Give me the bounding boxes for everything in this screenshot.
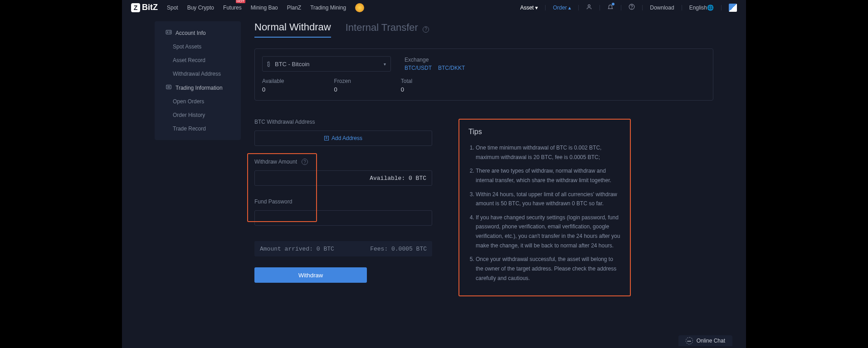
pair-link-btc-dkkt[interactable]: BTC/DKKT bbox=[438, 65, 465, 71]
withdraw-tabs: Normal Withdraw Internal Transfer ? bbox=[254, 21, 713, 38]
sidebar-label: Account Info bbox=[176, 30, 206, 36]
divider bbox=[621, 5, 621, 10]
two-column: BTC Withdrawal Address + Add Address Wit… bbox=[254, 119, 713, 296]
hot-badge: HOT bbox=[236, 0, 245, 3]
app-wrapper: Z BitZ Spot Buy Crypto Futures HOT Minin… bbox=[122, 0, 746, 348]
sidebar-label: Trading Information bbox=[176, 85, 223, 91]
nav-futures[interactable]: Futures HOT bbox=[223, 5, 242, 11]
logo-mark: Z bbox=[131, 3, 140, 12]
exchange-block: Exchange BTC/USDT BTC/DKKT bbox=[405, 57, 465, 71]
nav-asset[interactable]: Asset ▾ bbox=[520, 5, 538, 11]
fee-summary: Amount arrived: 0 BTC Fees: 0.0005 BTC bbox=[254, 241, 432, 256]
brand-logo[interactable]: Z BitZ bbox=[131, 3, 158, 12]
nav-download[interactable]: Download bbox=[650, 5, 674, 11]
main-panel: Normal Withdraw Internal Transfer ? ₿ BT… bbox=[254, 21, 713, 296]
withdraw-form: BTC Withdrawal Address + Add Address Wit… bbox=[254, 119, 432, 283]
fund-password-label: Fund Password bbox=[254, 198, 432, 205]
svg-point-4 bbox=[167, 32, 168, 33]
sidebar-withdrawal-address[interactable]: Withdrawal Address bbox=[155, 67, 241, 81]
plus-icon: + bbox=[324, 136, 329, 140]
chat-label: Online Chat bbox=[697, 338, 725, 344]
withdraw-amount-input[interactable]: Available: 0 BTC bbox=[254, 170, 432, 186]
nav-planz[interactable]: PlanZ bbox=[287, 5, 301, 11]
balance-label: Available bbox=[262, 78, 284, 84]
divider bbox=[721, 5, 722, 10]
amount-label-text: Withdraw Amount bbox=[254, 159, 297, 165]
sidebar-spot-assets[interactable]: Spot Assets bbox=[155, 40, 241, 53]
svg-point-0 bbox=[588, 5, 590, 7]
nav-trading-mining[interactable]: Trading Mining bbox=[310, 5, 346, 11]
divider bbox=[642, 5, 643, 10]
divider bbox=[545, 5, 546, 10]
exchange-label: Exchange bbox=[405, 57, 465, 63]
nav-buy-crypto[interactable]: Buy Crypto bbox=[187, 5, 214, 11]
google-translate-icon[interactable] bbox=[729, 4, 737, 12]
nav-spot[interactable]: Spot bbox=[167, 5, 178, 11]
tip-item: If you have changed security settings (l… bbox=[476, 213, 621, 251]
fund-password-input[interactable] bbox=[254, 210, 432, 226]
withdraw-button[interactable]: Withdraw bbox=[254, 267, 367, 283]
tip-item: There are two types of withdraw, normal … bbox=[476, 166, 621, 185]
tip-item: Within 24 hours, total upper limit of al… bbox=[476, 190, 621, 208]
sidebar: Account Info Spot Assets Asset Record Wi… bbox=[155, 21, 241, 140]
chevron-down-icon: ▾ bbox=[384, 62, 386, 67]
trading-list-icon bbox=[166, 84, 172, 91]
online-chat-button[interactable]: ••• Online Chat bbox=[678, 335, 732, 346]
balance-frozen: Frozen 0 bbox=[334, 78, 351, 93]
tab-normal-withdraw[interactable]: Normal Withdraw bbox=[254, 21, 331, 38]
svg-rect-5 bbox=[166, 85, 171, 89]
top-navbar: Z BitZ Spot Buy Crypto Futures HOT Minin… bbox=[122, 0, 746, 15]
balance-value: 0 bbox=[334, 86, 351, 93]
balance-available: Available 0 bbox=[262, 78, 284, 93]
divider bbox=[578, 5, 579, 10]
balance-label: Total bbox=[401, 78, 412, 84]
topbar-right: Asset ▾ Order ▴ Download English🌐 bbox=[520, 4, 737, 12]
amount-label: Withdraw Amount ? bbox=[254, 159, 432, 165]
user-icon[interactable] bbox=[586, 4, 592, 11]
sidebar-open-orders[interactable]: Open Orders bbox=[155, 95, 241, 108]
sidebar-trade-record[interactable]: Trade Record bbox=[155, 122, 241, 135]
fees-text: Fees: 0.0005 BTC bbox=[370, 246, 427, 252]
sidebar-order-history[interactable]: Order History bbox=[155, 108, 241, 122]
content-area: Account Info Spot Assets Asset Record Wi… bbox=[122, 15, 746, 296]
add-address-button[interactable]: + Add Address bbox=[254, 130, 432, 146]
tips-title: Tips bbox=[468, 128, 621, 136]
sidebar-asset-record[interactable]: Asset Record bbox=[155, 53, 241, 67]
coin-select-value: BTC - Bitcoin bbox=[275, 61, 310, 68]
currency-card: ₿ BTC - Bitcoin ▾ Exchange BTC/USDT BTC/… bbox=[254, 48, 713, 101]
tips-panel: Tips One time minimum withdrawal of BTC … bbox=[458, 119, 631, 296]
balance-value: 0 bbox=[262, 86, 284, 93]
tips-list: One time minimum withdrawal of BTC is 0.… bbox=[468, 143, 621, 283]
bell-dot bbox=[612, 3, 614, 5]
help-circle-icon[interactable]: ? bbox=[302, 159, 308, 165]
svg-point-2 bbox=[632, 8, 632, 9]
coin-select[interactable]: ₿ BTC - Bitcoin ▾ bbox=[262, 56, 391, 72]
sidebar-trading-info[interactable]: Trading Information bbox=[155, 81, 241, 95]
tip-item: Once your withdrawal successful, the ass… bbox=[476, 255, 621, 283]
balance-label: Frozen bbox=[334, 78, 351, 84]
address-label: BTC Withdrawal Address bbox=[254, 119, 432, 125]
tab-label: Internal Transfer bbox=[346, 22, 418, 33]
nav-futures-label: Futures bbox=[223, 5, 242, 11]
nav-language[interactable]: English🌐 bbox=[689, 5, 714, 11]
account-card-icon bbox=[166, 29, 172, 36]
balance-total: Total 0 bbox=[401, 78, 412, 93]
help-icon[interactable] bbox=[629, 4, 635, 11]
brand-name: BitZ bbox=[142, 3, 158, 12]
divider bbox=[682, 5, 682, 10]
bitcoin-icon: ₿ bbox=[267, 60, 270, 68]
divider bbox=[600, 5, 600, 10]
tip-item: One time minimum withdrawal of BTC is 0.… bbox=[476, 143, 621, 162]
coin-emoji-icon[interactable] bbox=[355, 3, 364, 12]
sidebar-account-info[interactable]: Account Info bbox=[155, 26, 241, 40]
nav-mining-bao[interactable]: Mining Bao bbox=[251, 5, 278, 11]
amount-available-readout: Available: 0 BTC bbox=[370, 175, 426, 182]
chat-icon: ••• bbox=[686, 337, 693, 344]
pair-link-btc-usdt[interactable]: BTC/USDT bbox=[405, 65, 432, 71]
tab-internal-transfer[interactable]: Internal Transfer ? bbox=[346, 22, 429, 37]
help-circle-icon[interactable]: ? bbox=[423, 26, 429, 33]
balance-value: 0 bbox=[401, 86, 412, 93]
bell-icon[interactable] bbox=[607, 4, 614, 11]
balance-row: Available 0 Frozen 0 Total 0 bbox=[262, 78, 706, 93]
nav-order[interactable]: Order ▴ bbox=[553, 5, 571, 11]
